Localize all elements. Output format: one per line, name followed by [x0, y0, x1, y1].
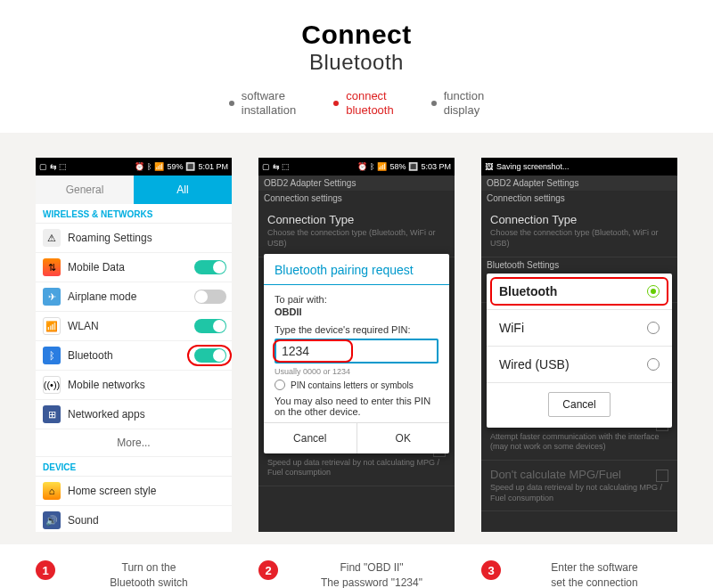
nav-step-2[interactable]: connectbluetooth	[333, 89, 394, 117]
highlight-ring	[187, 345, 232, 366]
nav-step-2-l1: connect	[346, 89, 387, 102]
mobile-data-toggle[interactable]	[194, 260, 226, 274]
row-home-style[interactable]: ⌂ Home screen style	[36, 477, 232, 506]
dont-calc-desc: Speed up data retrieval by not calculati…	[490, 483, 668, 503]
modal-buttons: Cancel OK	[264, 422, 449, 453]
section-sub: Connection settings	[481, 191, 677, 206]
phone-3: 🖼 Saving screenshot... OBD2 Adapter Sett…	[481, 158, 677, 532]
tab-all[interactable]: All	[134, 176, 232, 204]
alarm-icon: ⏰	[135, 162, 144, 171]
row-home-label: Home screen style	[68, 485, 226, 497]
wlan-toggle[interactable]	[194, 319, 226, 333]
row-networked-apps[interactable]: ⊞ Networked apps	[36, 400, 232, 429]
nav-step-3-l1: function	[444, 89, 485, 102]
steps-nav: softwareinstallation connectbluetooth fu…	[0, 89, 713, 117]
conn-type-desc: Choose the connection type (Bluetooth, W…	[490, 228, 668, 249]
phone-2: ▢ ⇆ ⬚ ⏰ ᛒ 📶 58% 🔳 5:03 PM OBD2 Adapter S…	[258, 158, 455, 532]
option-bluetooth[interactable]: Bluetooth	[487, 274, 672, 310]
bt-settings-sub: Bluetooth Settings	[481, 257, 677, 273]
pair-with-device: OBDII	[275, 306, 438, 317]
radio-icon	[647, 358, 660, 371]
row-mobile-data[interactable]: ⇅ Mobile Data	[36, 253, 232, 282]
captions-row: 1 Turn on the Bluetooth switch 2 Find "O…	[0, 544, 713, 588]
dont-calc-title: Don't calculate MPG/Fuel	[490, 468, 668, 481]
connection-type-modal: Bluetooth WiFi Wired (USB) Cancel	[487, 274, 672, 428]
nav-step-1-l2: installation	[242, 103, 296, 117]
conn-type-desc: Choose the connection type (Bluetooth, W…	[267, 228, 446, 249]
row-wlan[interactable]: 📶 WLAN	[36, 312, 232, 341]
option-wifi[interactable]: WiFi	[487, 310, 672, 347]
signal-icon: 📶	[377, 162, 387, 171]
row-wlan-label: WLAN	[68, 320, 194, 332]
tab-general[interactable]: General	[36, 176, 134, 204]
also-note: You may also need to enter this PIN on t…	[275, 396, 438, 417]
nav-step-2-l2: bluetooth	[346, 103, 394, 117]
airplane-icon: ✈	[43, 288, 61, 306]
row-sound-label: Sound	[68, 514, 226, 527]
row-bluetooth[interactable]: ᛒ Bluetooth	[36, 341, 232, 371]
panel-dont-calc[interactable]: Don't calculate MPG/Fuel Speed up data r…	[481, 461, 677, 511]
modal-title: Bluetooth pairing request	[264, 254, 449, 285]
ok-button[interactable]: OK	[357, 423, 450, 453]
conn-type-title: Connection Type	[490, 213, 668, 226]
panel-connection-type[interactable]: Connection Type Choose the connection ty…	[258, 206, 455, 257]
cancel-button[interactable]: Cancel	[264, 423, 357, 453]
row-roaming[interactable]: ⚠ Roaming Settings	[36, 224, 232, 253]
option-wired-label: Wired (USB)	[499, 357, 570, 372]
highlight-ring	[490, 277, 668, 306]
row-mobile-data-label: Mobile Data	[68, 261, 194, 274]
conn-type-title: Connection Type	[267, 213, 446, 226]
airplane-toggle[interactable]	[194, 290, 226, 304]
caption-1-text: Turn on the Bluetooth switch	[66, 560, 232, 588]
wifi-icon: 📶	[43, 317, 61, 335]
dot-icon	[229, 101, 234, 106]
signal-icon: 📶	[154, 162, 164, 171]
image-icon: 🖼	[485, 162, 493, 171]
bluetooth-icon: ᛒ	[147, 162, 152, 171]
row-sound[interactable]: 🔊 Sound	[36, 506, 232, 532]
row-airplane[interactable]: ✈ Airplane mode	[36, 282, 232, 312]
row-bluetooth-label: Bluetooth	[68, 349, 194, 362]
home-icon: ⌂	[43, 482, 61, 500]
pin-hint: Usually 0000 or 1234	[275, 367, 438, 376]
row-airplane-label: Airplane mode	[68, 290, 194, 303]
alarm-icon: ⏰	[357, 162, 367, 171]
caption-2: 2 Find "OBD II" The password "1234"	[258, 560, 455, 588]
pin-letters-checkbox[interactable]: PIN contains letters or symbols	[275, 380, 438, 390]
apps-icon: ⊞	[43, 405, 61, 423]
option-wired[interactable]: Wired (USB)	[487, 347, 672, 383]
screen-header: OBD2 Adapter Settings	[481, 176, 677, 191]
faster-desc: Attempt faster communication with the in…	[490, 432, 668, 453]
checkbox-icon[interactable]	[656, 470, 668, 482]
row-mobile-networks[interactable]: ((•)) Mobile networks	[36, 371, 232, 400]
nav-step-1[interactable]: softwareinstallation	[229, 89, 296, 117]
section-wireless: WIRELESS & NETWORKS	[36, 204, 232, 224]
screenshots-row: ▢ ⇆ ⬚ ⏰ ᛒ 📶 59% 🔳 5:01 PM General All WI…	[0, 133, 713, 544]
saving-text: Saving screenshot...	[496, 162, 570, 171]
type-pin-label: Type the device's required PIN:	[275, 324, 438, 335]
radio-icon	[647, 322, 660, 334]
caption-3-text: Enter the software set the connection Wa…	[512, 560, 677, 588]
status-right: ⏰ ᛒ 📶 59% 🔳 5:01 PM	[135, 162, 228, 171]
section-sub: Connection settings	[258, 191, 455, 206]
dot-icon	[333, 101, 339, 106]
dot-icon	[431, 101, 437, 106]
saving-status: 🖼 Saving screenshot...	[485, 162, 570, 171]
status-bar: 🖼 Saving screenshot...	[481, 158, 677, 176]
battery-icon: 🔳	[185, 162, 195, 171]
nav-step-3[interactable]: functiondisplay	[431, 89, 485, 117]
battery-icon: 🔳	[408, 162, 418, 171]
caption-2-text: Find "OBD II" The password "1234"	[289, 560, 455, 588]
section-device: DEVICE	[36, 457, 232, 477]
highlight-ring	[273, 339, 353, 363]
roaming-icon: ⚠	[43, 229, 61, 247]
hero-title-sub: Bluetooth	[0, 50, 713, 75]
bluetooth-icon: ᛒ	[43, 347, 61, 364]
panel-connection-type[interactable]: Connection Type Choose the connection ty…	[481, 206, 677, 257]
caption-1: 1 Turn on the Bluetooth switch	[36, 560, 232, 588]
more-button[interactable]: More...	[36, 429, 232, 457]
cancel-button[interactable]: Cancel	[548, 392, 611, 417]
caption-3: 3 Enter the software set the connection …	[481, 560, 677, 588]
status-bar: ▢ ⇆ ⬚ ⏰ ᛒ 📶 59% 🔳 5:01 PM	[36, 158, 232, 176]
status-left-icons: ▢ ⇆ ⬚	[39, 162, 67, 171]
